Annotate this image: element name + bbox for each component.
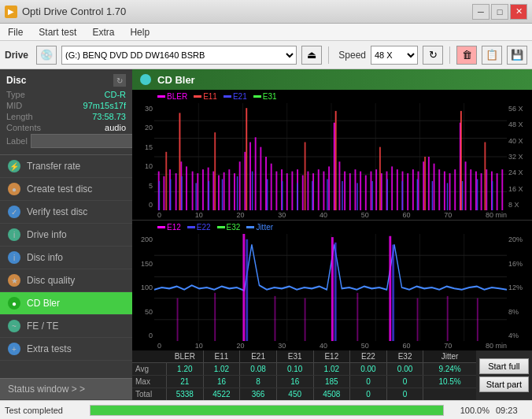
legend-bler: BLER [167, 92, 187, 101]
toolbar-separator-2 [449, 46, 450, 64]
transfer-rate-icon: ⚡ [8, 160, 20, 172]
svg-rect-128 [392, 245, 394, 341]
fe-te-icon: ~ [8, 320, 20, 332]
sidebar-item-disc-quality-label: Disc quality [27, 275, 75, 286]
sidebar-item-drive-info[interactable]: i Drive info [0, 224, 132, 247]
max-e12: 185 [314, 376, 351, 387]
svg-rect-136 [477, 298, 478, 341]
svg-rect-64 [434, 164, 435, 210]
svg-rect-132 [305, 298, 306, 341]
menu-file[interactable]: File [5, 26, 26, 39]
sidebar-item-extra-tests[interactable]: + Extra tests [0, 338, 132, 361]
svg-rect-39 [302, 175, 304, 210]
svg-rect-108 [379, 147, 381, 210]
sidebar-item-create-test-disc[interactable]: ● Create test disc [0, 178, 132, 201]
menu-start-test[interactable]: Start test [35, 26, 79, 39]
max-e22: 0 [350, 376, 387, 387]
svg-rect-63 [428, 157, 430, 210]
chart-title-icon [140, 74, 151, 85]
app-icon: ▶ [5, 6, 17, 18]
svg-rect-47 [344, 172, 345, 210]
avg-e31: 0.10 [277, 363, 314, 375]
col-e12: E12 [314, 350, 351, 362]
avg-e32: 0.00 [387, 363, 424, 375]
svg-rect-71 [470, 169, 471, 210]
svg-rect-105 [246, 108, 247, 210]
stats-max-row: Max 21 16 8 16 185 0 0 10.5% [132, 376, 476, 388]
export-button[interactable]: 📋 [482, 46, 502, 65]
drive-select[interactable]: (G:) BENQ DVD DD DW1640 BSRB [61, 46, 297, 65]
svg-rect-57 [397, 169, 398, 210]
svg-rect-65 [438, 169, 440, 210]
stats-total-row: Total 5338 4522 366 450 4508 0 0 [132, 388, 476, 400]
svg-rect-95 [402, 181, 403, 210]
svg-rect-20 [202, 169, 204, 210]
eject-button[interactable]: ⏏ [301, 46, 322, 65]
svg-rect-51 [365, 175, 367, 210]
svg-rect-19 [197, 173, 198, 210]
top-chart-legend: BLER E11 E21 E31 [132, 90, 532, 103]
sidebar-item-drive-info-label: Drive info [27, 229, 67, 240]
svg-rect-32 [265, 157, 267, 210]
svg-rect-125 [331, 237, 334, 341]
top-y-axis-left: 30 20 15 10 5 0 [132, 103, 154, 210]
stats-header-row: BLER E11 E21 E31 E12 E22 E32 Jitter [132, 350, 476, 363]
svg-rect-94 [386, 179, 387, 210]
close-button[interactable]: ✕ [510, 4, 527, 20]
svg-rect-70 [465, 161, 467, 210]
svg-rect-25 [228, 169, 230, 210]
sidebar-item-fe-te[interactable]: ~ FE / TE [0, 315, 132, 338]
legend-e21: E21 [233, 92, 247, 101]
disc-panel: Disc ↻ Type CD-R MID 97m15s17f Length 73… [0, 69, 132, 155]
svg-rect-68 [454, 169, 456, 210]
svg-rect-23 [218, 175, 220, 210]
clear-button[interactable]: 🗑 [456, 46, 477, 65]
svg-rect-124 [246, 239, 248, 341]
start-part-button[interactable]: Start part [479, 376, 529, 392]
minimize-button[interactable]: ─ [472, 4, 490, 20]
svg-rect-18 [192, 172, 194, 210]
svg-rect-40 [307, 172, 308, 210]
col-e11: E11 [204, 350, 241, 362]
legend-jitter: Jitter [256, 223, 273, 232]
menu-help[interactable]: Help [127, 26, 153, 39]
status-window-button[interactable]: Status window > > [0, 378, 132, 400]
svg-rect-110 [460, 111, 462, 210]
svg-rect-92 [357, 183, 357, 210]
svg-rect-98 [447, 183, 448, 210]
start-full-button[interactable]: Start full [479, 358, 529, 374]
svg-rect-17 [186, 166, 187, 210]
disc-refresh-button[interactable]: ↻ [113, 74, 126, 87]
sidebar-item-disc-info[interactable]: i Disc info [0, 247, 132, 269]
svg-rect-89 [312, 181, 312, 210]
svg-rect-106 [305, 142, 306, 210]
disc-type-value: CD-R [105, 90, 127, 99]
sidebar-item-disc-quality[interactable]: ★ Disc quality [0, 269, 132, 292]
disc-label-input[interactable] [31, 134, 135, 148]
sidebar-item-cd-bler[interactable]: ● CD Bler [0, 292, 132, 315]
svg-rect-53 [375, 169, 377, 210]
svg-rect-100 [477, 179, 478, 210]
save-button[interactable]: 💾 [507, 46, 527, 65]
col-e22: E22 [350, 350, 387, 362]
disc-contents-value: audio [105, 123, 126, 132]
sidebar-item-verify-test-disc[interactable]: ✓ Verify test disc [0, 201, 132, 224]
drive-icon-btn[interactable]: 💿 [36, 46, 57, 65]
maximize-button[interactable]: □ [491, 4, 508, 20]
svg-rect-104 [214, 132, 216, 210]
svg-rect-131 [275, 296, 276, 341]
svg-rect-22 [212, 172, 214, 210]
svg-rect-127 [389, 236, 391, 341]
svg-rect-99 [462, 181, 463, 210]
top-y-axis-right: 56 X 48 X 40 X 32 X 24 X 16 X 8 X [507, 103, 532, 210]
sidebar-item-transfer-rate[interactable]: ⚡ Transfer rate [0, 155, 132, 178]
speed-select[interactable]: 48 X [371, 46, 418, 65]
svg-rect-66 [444, 172, 445, 210]
menu-extra[interactable]: Extra [89, 26, 117, 39]
col-jitter: Jitter [423, 350, 475, 362]
refresh-button[interactable]: ↻ [423, 46, 443, 65]
bottom-y-axis-left: 200 150 100 50 0 [132, 234, 154, 341]
svg-rect-126 [334, 243, 337, 341]
sidebar-item-cd-bler-label: CD Bler [27, 298, 60, 309]
svg-rect-79 [170, 179, 171, 210]
